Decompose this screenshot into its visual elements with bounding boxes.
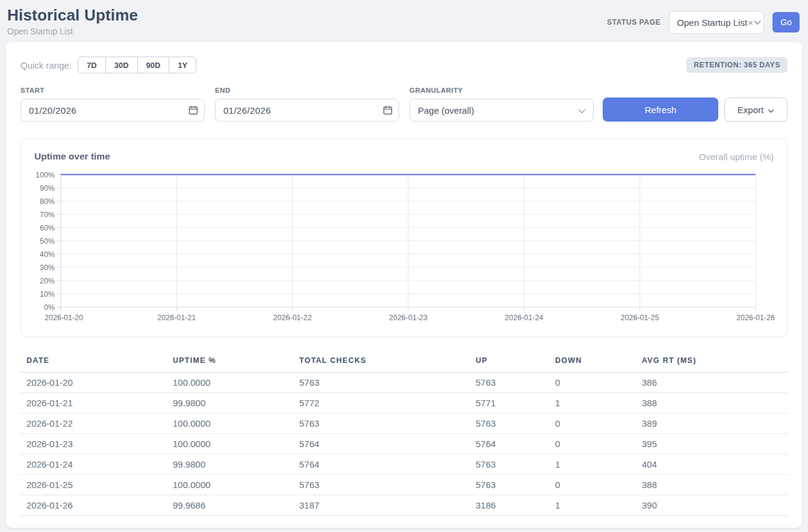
chart-legend: Overall uptime (%) [699,152,774,162]
main-panel: Quick range: 7D 30D 90D 1Y RETENTION: 36… [6,42,802,528]
status-page-selected-value: Open Startup List [677,17,747,28]
granularity-select[interactable]: Page (overall) [409,99,594,122]
start-date-input[interactable] [20,99,205,122]
chart-title: Uptime over time [34,151,110,162]
svg-text:100%: 100% [36,171,55,179]
header-titles: Historical Uptime Open Startup List [7,6,138,36]
table-cell: 5764 [293,434,470,454]
table-cell: 0 [549,475,636,495]
table-cell: 1 [549,454,636,475]
start-date-field: START [20,87,205,122]
quick-range-row: Quick range: 7D 30D 90D 1Y RETENTION: 36… [20,57,788,73]
table-row: 2026-01-2699.9686318731861390 [20,495,788,516]
svg-text:90%: 90% [40,184,55,193]
table-cell: 386 [636,373,788,393]
table-cell: 2026-01-22 [20,413,167,434]
svg-text:70%: 70% [40,211,55,219]
table-cell: 100.0000 [167,413,293,434]
status-page-label: STATUS PAGE [607,18,660,26]
clear-icon[interactable]: × [748,17,753,28]
svg-text:2026-01-20: 2026-01-20 [45,314,83,322]
table-cell: 5763 [293,475,470,495]
table-cell: 99.9800 [167,454,293,475]
status-page-select[interactable]: Open Startup List × [669,11,764,34]
table-cell: 389 [636,413,788,434]
quick-range-90d-button[interactable]: 90D [137,57,170,73]
quick-range-7d-button[interactable]: 7D [78,57,106,73]
table-cell: 5764 [293,454,470,475]
end-date-field: END [215,87,399,122]
uptime-chart-card: Uptime over time Overall uptime (%) 0%10… [20,138,788,337]
table-row: 2026-01-22100.0000576357630389 [20,413,788,434]
end-date-input[interactable] [215,99,399,122]
svg-text:30%: 30% [40,264,55,272]
granularity-label: GRANULARITY [409,87,594,94]
column-header-down: DOWN [549,351,636,373]
svg-text:40%: 40% [40,250,55,259]
granularity-field: GRANULARITY Page (overall) [409,87,594,122]
table-cell: 1 [549,495,636,516]
export-button[interactable]: Export [724,97,788,122]
table-cell: 3186 [470,495,549,516]
table-cell: 5771 [470,393,549,413]
svg-text:20%: 20% [40,277,55,285]
svg-text:2026-01-23: 2026-01-23 [389,314,427,322]
table-cell: 5763 [470,413,549,434]
column-header-avg-rt: AVG RT (MS) [636,351,788,373]
table-cell: 2026-01-24 [20,454,167,475]
refresh-button[interactable]: Refresh [603,97,718,122]
table-cell: 0 [549,434,636,454]
table-cell: 5763 [470,454,549,475]
chevron-down-icon [753,17,762,28]
page-title: Historical Uptime [7,6,138,25]
table-cell: 0 [549,413,636,434]
page-subtitle: Open Startup List [7,26,138,36]
uptime-table-body: 2026-01-20100.00005763576303862026-01-21… [20,373,788,516]
svg-text:2026-01-25: 2026-01-25 [621,314,659,322]
table-cell: 390 [636,495,788,516]
svg-text:60%: 60% [40,224,55,232]
calendar-icon[interactable] [383,105,393,117]
table-cell: 100.0000 [167,434,293,454]
export-button-label: Export [738,105,763,115]
table-cell: 2026-01-23 [20,434,167,454]
svg-text:2026-01-24: 2026-01-24 [505,314,543,322]
column-header-date: DATE [20,351,167,373]
svg-text:50%: 50% [40,237,55,246]
start-date-label: START [20,87,205,94]
svg-text:80%: 80% [40,197,55,206]
column-header-uptime: UPTIME % [167,351,293,373]
retention-badge: RETENTION: 365 DAYS [686,57,788,73]
status-page-controls: STATUS PAGE Open Startup List × Go [607,11,800,34]
uptime-table: DATE UPTIME % TOTAL CHECKS UP DOWN AVG R… [20,351,788,516]
table-cell: 99.9686 [167,495,293,516]
quick-range-1y-button[interactable]: 1Y [169,57,196,73]
end-date-label: END [215,87,399,94]
table-cell: 1 [549,393,636,413]
svg-text:2026-01-22: 2026-01-22 [273,314,312,322]
chevron-down-icon [578,105,586,116]
table-row: 2026-01-20100.0000576357630386 [20,373,788,393]
svg-text:2026-01-26: 2026-01-26 [736,314,775,322]
quick-range-group: Quick range: 7D 30D 90D 1Y [20,57,196,73]
table-cell: 99.9800 [167,393,293,413]
uptime-chart: 0%10%20%30%40%50%60%70%80%90%100%2026-01… [34,168,775,327]
column-header-total-checks: TOTAL CHECKS [293,351,470,373]
chart-header: Uptime over time Overall uptime (%) [34,151,774,162]
table-row: 2026-01-2199.9800577257711388 [20,393,788,413]
table-cell: 2026-01-20 [20,373,167,393]
quick-range-buttons: 7D 30D 90D 1Y [78,57,196,73]
filter-form-row: START END GRANULARITY Page (overall) [20,87,788,122]
table-cell: 5772 [293,393,470,413]
page-header: Historical Uptime Open Startup List STAT… [0,0,808,36]
quick-range-30d-button[interactable]: 30D [105,57,138,73]
column-header-up: UP [470,351,549,373]
go-button[interactable]: Go [772,12,800,32]
calendar-icon[interactable] [188,105,198,117]
table-header-row: DATE UPTIME % TOTAL CHECKS UP DOWN AVG R… [20,351,788,373]
svg-text:0%: 0% [44,303,55,312]
table-cell: 5763 [470,475,549,495]
table-cell: 5763 [293,413,470,434]
svg-text:10%: 10% [40,290,55,298]
table-cell: 404 [636,454,788,475]
